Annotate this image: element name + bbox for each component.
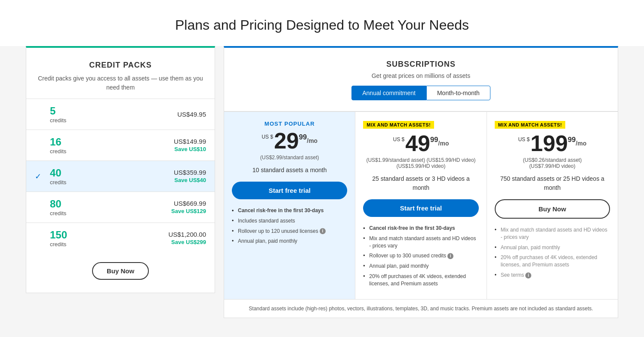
- subscriptions-title: SUBSCRIPTIONS: [233, 60, 609, 69]
- credit-price: US$669.99: [171, 200, 206, 207]
- feature-item: Cancel risk-free in the first 30-days: [363, 225, 478, 232]
- credit-packs-title: CREDIT PACKS: [35, 61, 206, 70]
- credit-pack-row[interactable]: 16 credits US$149.99 Save US$10: [26, 130, 215, 161]
- credit-pack-row[interactable]: 5 credits US$49.95: [26, 99, 215, 130]
- plan-features: Cancel risk-free in the first 30-daysInc…: [232, 207, 347, 245]
- plan-cta-button[interactable]: Start free trial: [363, 199, 478, 217]
- info-icon: i: [525, 272, 531, 278]
- credit-packs-subtitle: Credit packs give you access to all asse…: [35, 74, 206, 92]
- credit-save: Save US$40: [174, 177, 206, 183]
- credit-price: US$149.99: [174, 138, 206, 145]
- credit-label: credits: [50, 210, 171, 216]
- per-mo: /mo: [576, 140, 586, 147]
- feature-item: Annual plan, paid monthly: [363, 263, 478, 270]
- currency-symbol: US $: [262, 133, 274, 140]
- feature-item: Cancel risk-free in the first 30-days: [232, 207, 347, 214]
- credit-amount: 16: [50, 136, 62, 148]
- plan-features: Mix and match standard assets and HD vid…: [495, 226, 610, 279]
- feature-item: See termsi: [495, 272, 610, 279]
- per-mo: /mo: [307, 137, 317, 144]
- credit-amount: 5: [50, 105, 55, 117]
- feature-item: Rollover up to 120 unused licensesi: [232, 228, 347, 235]
- plan-description: 10 standard assets a month: [232, 166, 347, 175]
- toggle-btn-month-to-month[interactable]: Month-to-month: [426, 86, 490, 100]
- info-icon: i: [447, 253, 453, 259]
- toggle-btn-annual-commitment[interactable]: Annual commitment: [351, 86, 426, 100]
- plan-col-1: MIX AND MATCH ASSETS! US $4999/mo (US$1.…: [355, 112, 487, 299]
- price-cents: 99/mo: [430, 136, 449, 148]
- plan-description: 750 standard assets or 25 HD videos a mo…: [495, 174, 610, 192]
- currency-symbol: US $: [393, 136, 406, 142]
- price-sub: (US$0.26/standard asset)(US$7.99/HD vide…: [495, 157, 610, 169]
- price-amount: 29: [274, 128, 299, 153]
- plan-col-0: MOST POPULAR US $2999/mo (US$2.99/standa…: [224, 112, 355, 299]
- price-amount: 199: [530, 131, 568, 156]
- price-display: US $19999/mo: [495, 132, 610, 155]
- plan-col-2: MIX AND MATCH ASSETS! US $19999/mo (US$0…: [487, 112, 618, 299]
- price-cents: 99/mo: [299, 133, 317, 145]
- subscriptions-subtitle: Get great prices on millions of assets: [233, 72, 609, 79]
- credit-label: credits: [50, 241, 168, 247]
- feature-item: Rollover up to 300 unused creditsi: [363, 252, 478, 260]
- credit-price: US$49.95: [177, 111, 206, 118]
- credit-label: credits: [50, 148, 174, 155]
- mix-match-badge: MIX AND MATCH ASSETS!: [363, 121, 434, 129]
- footer-note: Standard assets include (high-res) photo…: [224, 299, 618, 318]
- credit-save: Save US$10: [174, 146, 206, 152]
- credit-amount: 80: [50, 198, 62, 210]
- currency-symbol: US $: [518, 136, 530, 142]
- credit-pack-row[interactable]: 80 credits US$669.99 Save US$129: [26, 192, 215, 223]
- plan-cta-button[interactable]: Start free trial: [232, 182, 347, 199]
- credit-pack-row[interactable]: ✓ 40 credits US$359.99 Save US$40: [26, 161, 215, 192]
- check-icon: ✓: [35, 172, 43, 181]
- credit-price: US$1,200.00: [168, 231, 206, 238]
- feature-item: Annual plan, paid monthly: [495, 244, 610, 251]
- credit-pack-row[interactable]: 150 credits US$1,200.00 Save US$299: [26, 223, 215, 254]
- price-amount: 49: [405, 131, 430, 156]
- credit-save: Save US$299: [171, 239, 206, 245]
- credit-save: Save US$129: [171, 208, 206, 214]
- plan-cta-button[interactable]: Buy Now: [495, 199, 610, 219]
- credit-packs-panel: CREDIT PACKS Credit packs give you acces…: [26, 46, 215, 293]
- price-display: US $4999/mo: [363, 132, 478, 155]
- subscriptions-panel: SUBSCRIPTIONS Get great prices on millio…: [224, 46, 618, 318]
- credit-label: credits: [50, 117, 177, 124]
- feature-item: Annual plan, paid monthly: [232, 238, 347, 245]
- plan-description: 25 standard assets or 3 HD videos a mont…: [363, 174, 478, 192]
- price-sub: (US$1.99/standard asset) (US$15.99/HD vi…: [363, 157, 478, 169]
- buy-now-button[interactable]: Buy Now: [92, 262, 149, 280]
- price-display: US $2999/mo: [232, 130, 347, 152]
- most-popular-badge: MOST POPULAR: [232, 121, 347, 127]
- feature-item: Mix and match standard assets and HD vid…: [363, 235, 478, 250]
- page-title: Plans and Pricing Designed to Meet Your …: [0, 0, 644, 46]
- plan-features: Cancel risk-free in the first 30-daysMix…: [363, 225, 478, 288]
- feature-item: Includes standard assets: [232, 217, 347, 225]
- feature-item: 20% off purchases of 4K videos, extended…: [495, 254, 610, 269]
- feature-item: Mix and match standard assets and HD vid…: [495, 226, 610, 241]
- info-icon: i: [320, 228, 326, 234]
- credit-amount: 150: [50, 229, 67, 241]
- credit-amount: 40: [50, 167, 62, 179]
- credit-price: US$359.99: [174, 169, 206, 176]
- price-cents: 99/mo: [568, 136, 586, 148]
- per-mo: /mo: [438, 140, 449, 147]
- mix-match-badge: MIX AND MATCH ASSETS!: [495, 121, 566, 129]
- price-sub: (US$2.99/standard asset): [232, 155, 347, 161]
- credit-label: credits: [50, 179, 174, 186]
- feature-item: 20% off purchases of 4K videos, extended…: [363, 273, 478, 288]
